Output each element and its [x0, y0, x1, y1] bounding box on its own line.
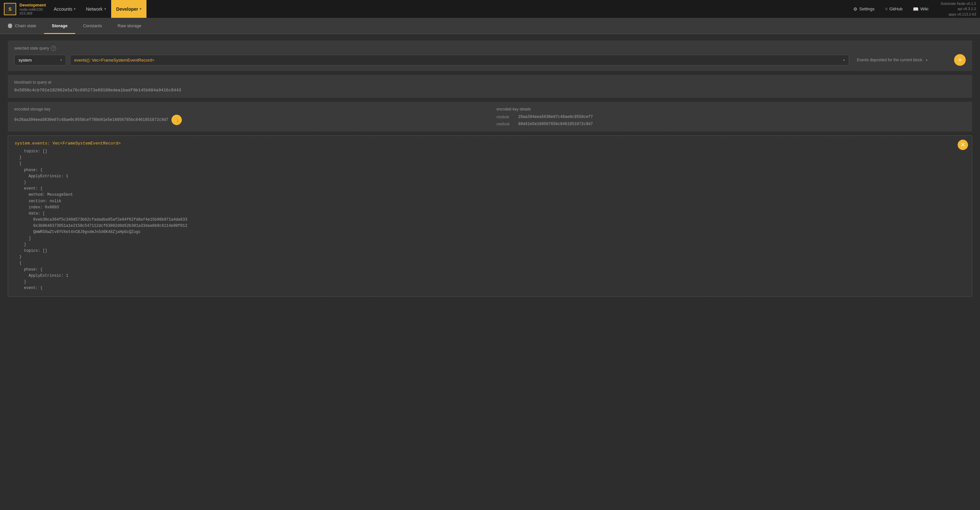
node-name: Development [19, 3, 46, 8]
method-detail-row: method 80d41e5e16056765bc8461851072c9d7 [496, 122, 966, 126]
blockhash-label: blockhash to query at [14, 80, 966, 84]
storage-label: Storage [52, 23, 67, 28]
method-detail-label: method [496, 122, 514, 126]
blockhash-value: 0x5056c4cb701e192962e5a76c895273e69188ed… [14, 88, 966, 93]
add-query-button[interactable]: + [954, 54, 966, 66]
node-version: Substrate Node v0.1.2 api v8.3.2-2 apps … [934, 1, 976, 17]
constants-tab[interactable]: Constants [75, 18, 110, 34]
encoded-key-details-label: encoded key details [496, 107, 966, 111]
module-detail-label: module [496, 115, 514, 119]
constants-label: Constants [83, 23, 102, 28]
chain-state-tab[interactable]: Chain state [0, 18, 44, 34]
github-icon: ⑂ [885, 6, 888, 12]
accounts-chevron-icon: ▾ [74, 7, 75, 11]
network-nav-button[interactable]: Network ▾ [81, 0, 111, 18]
chain-state-label: Chain state [15, 23, 36, 28]
encoded-key-value-text: 0x26aa394eea5630e07c48ae0c9558cef780d41e… [14, 118, 168, 122]
query-label-text: selected state query [14, 46, 49, 51]
module-detail-value: 26aa394eea5630e07c48ae0c9558cef7 [518, 115, 593, 119]
close-icon: ✕ [961, 141, 966, 148]
substrate-logo: S [4, 3, 16, 15]
method-chevron-icon: ▾ [843, 58, 845, 62]
nav-right: ⚙ Settings ⑂ GitHub 📖 Wiki Substrate Nod… [849, 0, 976, 18]
settings-button[interactable]: ⚙ Settings [849, 0, 879, 18]
blockhash-section: blockhash to query at 0x5056c4cb701e1929… [8, 75, 972, 98]
method-dropdown[interactable]: events(): Vec<FrameSystemEventRecord> ▾ [70, 55, 849, 65]
encoded-key-section: encoded storage key 0x26aa394eea5630e07c… [8, 102, 972, 132]
logo-area: S Development node-nolik/100 #23,368 [4, 3, 46, 15]
settings-gear-icon: ⚙ [853, 6, 858, 12]
encoded-key-label: encoded storage key [14, 107, 484, 111]
version-line3: apps v0.113.2-63 [941, 12, 976, 17]
settings-label: Settings [859, 6, 875, 11]
query-description: Events deposited for the current block. … [853, 56, 950, 64]
logo-text: S [8, 6, 11, 12]
copy-key-button[interactable]: 👍 [172, 115, 182, 125]
description-chevron-icon: ▾ [926, 58, 928, 62]
copy-icon: 👍 [174, 117, 180, 122]
node-info: Development node-nolik/100 #23,368 [19, 3, 46, 15]
wiki-icon: 📖 [913, 6, 918, 12]
results-code: topics: [] } { phase: { ApplyExtrinsic: … [14, 148, 966, 291]
method-detail-value: 80d41e5e16056765bc8461851072c9d7 [518, 122, 593, 126]
query-row: system ▾ events(): Vec<FrameSystemEventR… [14, 54, 966, 66]
network-chevron-icon: ▾ [104, 7, 106, 11]
accounts-nav-button[interactable]: Accounts ▾ [49, 0, 81, 18]
add-icon: + [958, 56, 962, 64]
encoded-key-value-row: 0x26aa394eea5630e07c48ae0c9558cef780d41e… [14, 115, 484, 125]
query-section-label: selected state query ? [14, 46, 966, 51]
chain-state-icon [8, 24, 12, 28]
network-label: Network [86, 6, 102, 12]
storage-tab[interactable]: Storage [44, 18, 75, 34]
module-value: system [19, 58, 32, 62]
developer-nav-button[interactable]: Developer ▾ [111, 0, 147, 18]
description-text: Events deposited for the current block. [857, 58, 923, 62]
top-nav: S Development node-nolik/100 #23,368 Acc… [0, 0, 980, 18]
github-label: GitHub [889, 6, 902, 11]
developer-chevron-icon: ▾ [140, 7, 141, 11]
raw-storage-tab[interactable]: Raw storage [110, 18, 149, 34]
accounts-label: Accounts [54, 6, 73, 12]
github-button[interactable]: ⑂ GitHub [880, 0, 907, 18]
wiki-label: Wiki [920, 6, 929, 11]
method-value: events(): Vec<FrameSystemEventRecord> [74, 58, 154, 62]
module-detail-row: module 26aa394eea5630e07c48ae0c9558cef7 [496, 115, 966, 119]
results-header: system.events: Vec<FrameSystemEventRecor… [14, 141, 966, 146]
module-dropdown[interactable]: system ▾ [14, 55, 66, 65]
encoded-key-label-text: encoded storage key [14, 107, 50, 111]
encoded-key-right: encoded key details module 26aa394eea563… [496, 107, 966, 126]
help-icon[interactable]: ? [51, 46, 56, 51]
version-line1: Substrate Node v0.1.2 [941, 1, 976, 6]
node-endpoint: node-nolik/100 [19, 8, 46, 11]
raw-storage-label: Raw storage [118, 23, 141, 28]
sub-nav: Chain state Storage Constants Raw storag… [0, 18, 980, 34]
close-results-button[interactable]: ✕ [958, 140, 968, 150]
node-block: #23,368 [19, 11, 46, 15]
blockhash-label-text: blockhash to query at [14, 80, 51, 84]
results-section: system.events: Vec<FrameSystemEventRecor… [8, 135, 972, 297]
encoded-key-left: encoded storage key 0x26aa394eea5630e07c… [14, 107, 484, 125]
encoded-key-details-label-text: encoded key details [496, 107, 531, 111]
module-chevron-icon: ▾ [60, 58, 62, 62]
version-line2: api v8.3.2-2 [941, 6, 976, 12]
wiki-button[interactable]: 📖 Wiki [908, 0, 933, 18]
query-section: selected state query ? system ▾ events()… [8, 40, 972, 71]
main-content: selected state query ? system ▾ events()… [0, 34, 980, 510]
developer-label: Developer [116, 6, 138, 12]
